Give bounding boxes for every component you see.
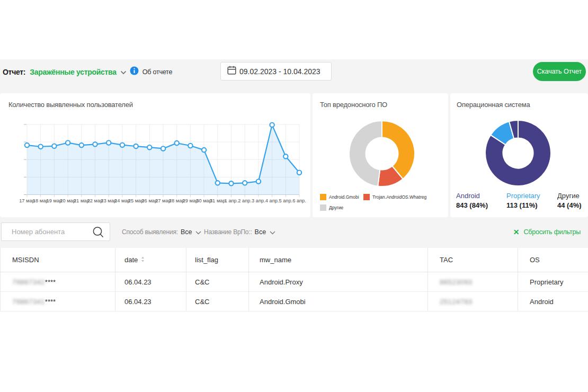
- column-header-tac: TAC: [428, 248, 518, 272]
- cell-date: 06.04.23: [115, 272, 186, 291]
- os-stat-other: Другие 44 (4%): [557, 192, 582, 209]
- legend-swatch-other: [320, 204, 326, 211]
- info-icon[interactable]: [130, 66, 139, 77]
- reset-filters-button[interactable]: ✕ Сбросить фильтры: [513, 222, 581, 241]
- subscriber-search: [1, 222, 110, 241]
- cell-date: 06.04.23: [115, 292, 186, 311]
- svg-text:3 апр.: 3 апр.: [252, 198, 265, 203]
- column-header-list-flag: list_flag: [186, 248, 249, 272]
- cell-os: Android: [518, 292, 588, 311]
- legend-swatch-android-gmobi: [320, 194, 326, 200]
- report-info[interactable]: Об отчете: [130, 66, 173, 77]
- chevron-down-icon[interactable]: [195, 227, 201, 237]
- report-selector[interactable]: Заражённые устройства: [30, 68, 117, 76]
- cell-tac: 86523093: [428, 272, 518, 291]
- os-chart-card: Операционная система Android 843 (84%) P…: [450, 93, 588, 217]
- legend-label: Trojan.AndroidOS.Whatreg: [372, 194, 426, 200]
- table-row: 79867342**** 06.04.23 C&C Android.Proxy …: [0, 272, 588, 292]
- legend-label: Android.Gmobi: [329, 194, 359, 200]
- detection-method-label: Способ выявления:: [122, 228, 178, 236]
- close-icon[interactable]: ✕: [513, 228, 520, 236]
- download-report-button[interactable]: Скачать Отчет: [533, 62, 586, 81]
- column-header-os: OS: [518, 248, 588, 272]
- cell-mw-name: Android.Gmobi: [249, 292, 428, 311]
- svg-text:6 апр.: 6 апр.: [292, 198, 306, 203]
- os-stat-label: Другие: [557, 192, 582, 200]
- column-header-msisdn: MSISDN: [0, 248, 115, 272]
- devices-table: MSISDN date list_flag mw_name TAC OS 798…: [0, 248, 588, 311]
- svg-text:2 апр.: 2 апр.: [238, 198, 252, 203]
- malware-legend: Android.Gmobi Trojan.AndroidOS.Whatreg Д…: [320, 194, 442, 215]
- os-stat-value: 44 (4%): [557, 201, 582, 209]
- cell-tac: 25124783: [428, 292, 518, 311]
- legend-swatch-trojan: [363, 194, 370, 200]
- cell-list-flag: C&C: [186, 292, 249, 311]
- svg-text:1 апр.: 1 апр.: [225, 198, 238, 203]
- malware-name-value[interactable]: Все: [255, 228, 266, 236]
- os-stat-android: Android 843 (84%): [456, 192, 506, 209]
- column-header-mw-name: mw_name: [249, 248, 428, 272]
- report-label: Отчет:: [3, 68, 25, 76]
- os-stat-value: 113 (11%): [506, 201, 557, 209]
- os-stats: Android 843 (84%) Proprietary 113 (11%) …: [456, 192, 584, 209]
- detection-method-value[interactable]: Все: [181, 228, 192, 236]
- about-report-link[interactable]: Об отчете: [142, 68, 173, 76]
- calendar-icon: [227, 66, 236, 77]
- malware-name-label: Название ВрПо::: [204, 228, 252, 236]
- svg-text:5 апр.: 5 апр.: [279, 198, 292, 203]
- detection-method-filter[interactable]: Способ выявления: Все: [122, 222, 201, 241]
- cell-os: Proprietary: [518, 272, 588, 291]
- os-stat-label: Proprietary: [506, 192, 557, 200]
- reset-filters-label[interactable]: Сбросить фильтры: [523, 228, 581, 236]
- malware-donut-chart: [313, 93, 448, 189]
- chevron-down-icon[interactable]: [270, 227, 275, 237]
- dashboard-page: Отчет: Заражённые устройства Об отчете 0…: [0, 0, 588, 392]
- date-range-value: 09.02.2023 - 10.04.2023: [239, 67, 320, 76]
- os-stat-value: 843 (84%): [456, 201, 506, 209]
- cell-list-flag: C&C: [186, 272, 249, 291]
- cell-msisdn: 79867341****: [0, 292, 115, 311]
- table-header-row: MSISDN date list_flag mw_name TAC OS: [0, 248, 588, 272]
- os-donut-chart: [450, 93, 588, 189]
- date-range-picker[interactable]: 09.02.2023 - 10.04.2023: [220, 62, 332, 81]
- malware-chart-card: Топ вредоносного ПО Android.Gmobi Trojan…: [313, 93, 448, 217]
- sort-icon[interactable]: [141, 256, 145, 264]
- column-header-date[interactable]: date: [115, 248, 186, 272]
- os-stat-proprietary: Proprietary 113 (11%): [506, 192, 557, 209]
- legend-label: Другие: [329, 205, 343, 210]
- cell-mw-name: Android.Proxy: [249, 272, 428, 291]
- search-icon[interactable]: [92, 226, 105, 241]
- chevron-down-icon[interactable]: [120, 67, 127, 77]
- table-row: 79867341**** 06.04.23 C&C Android.Gmobi …: [0, 292, 588, 311]
- users-chart-card: Количество выявленных пользователей 17 м…: [0, 93, 310, 217]
- os-stat-label: Android: [456, 192, 506, 200]
- users-line-chart: 17 мар18 мар19 мар20 мар21 мар22 мар23 м…: [0, 93, 310, 217]
- svg-text:31 мар: 31 мар: [210, 198, 226, 203]
- malware-name-filter[interactable]: Название ВрПо:: Все: [204, 222, 275, 241]
- cell-msisdn: 79867342****: [0, 272, 115, 291]
- svg-text:4 апр.: 4 апр.: [265, 198, 279, 203]
